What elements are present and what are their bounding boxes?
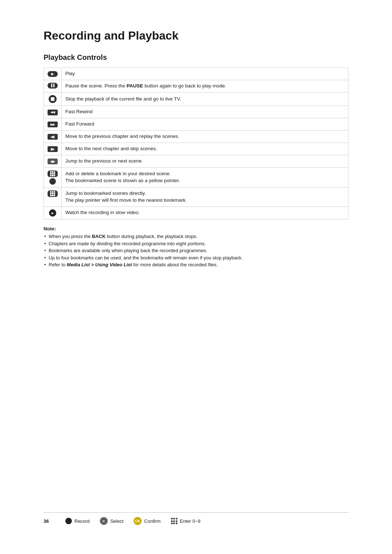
page-number: 36 [44,518,54,524]
icon-cell-forward: ▶▶ [44,118,62,131]
select-label: Select [110,518,123,524]
icon-cell-prev-next-scene: ◀▶ [44,155,62,167]
table-row: ▶▶ Fast Forward [44,118,348,131]
note-list: When you press the BACK button during pl… [44,233,348,268]
list-item: Refer to Media List > Using Video List f… [44,261,348,268]
table-row: Stop the playback of the current file an… [44,93,348,106]
text-cell-pause: Pause the scene. Press the PAUSE button … [62,80,348,92]
text-cell-slow: Watch the recording in slow video. [62,206,348,219]
text-cell-prev-chapter: Move to the previous chapter and replay … [62,131,348,143]
text-cell-bookmark-jump: Jump to bookmarked scenes directly. The … [62,187,348,206]
page: Recording and Playback Playback Controls… [0,0,392,554]
next-chapter-icon: ▮▶ [48,146,58,152]
icon-cell-next-chapter: ▮▶ [44,143,62,155]
text-cell-bookmark-add: Add or delete a bookmark in your desired… [62,167,348,187]
table-row: ◀▮ Move to the previous chapter and repl… [44,131,348,143]
stop-icon [49,95,57,103]
table-row: Pause the scene. Press the PAUSE button … [44,80,348,92]
text-cell-next-chapter: Move to the next chapter and skip scenes… [62,143,348,155]
list-item: Bookmarks are available only when playin… [44,247,348,254]
prev-chapter-icon: ◀▮ [48,134,58,140]
table-row: ◀◀ Fast Rewind [44,106,348,118]
icon-cell-bookmark-add [44,167,62,187]
section-title: Playback Controls [44,53,348,62]
text-cell-stop: Stop the playback of the current file an… [62,93,348,106]
table-row: ▶ Play [44,68,348,80]
icon-cell-prev-chapter: ◀▮ [44,131,62,143]
icon-cell-rewind: ◀◀ [44,106,62,118]
bookmark-add-bottom-icon [49,178,56,185]
footer-btn-enter: Enter 0~9 [171,518,201,524]
text-cell-prev-next-scene: Jump to the previous or next scene. [62,155,348,167]
text-cell-forward: Fast Forward [62,118,348,131]
footer: 36 Record Select OK Confirm [44,512,348,525]
record-button-icon[interactable] [65,518,72,524]
table-row: Add or delete a bookmark in your desired… [44,167,348,187]
footer-btn-record: Record [65,518,90,524]
table-row: Jump to bookmarked scenes directly. The … [44,187,348,206]
page-title: Recording and Playback [44,29,348,42]
footer-btn-confirm: OK Confirm [134,517,161,525]
enter-label: Enter 0~9 [180,518,201,524]
table-row: ▮▶ Move to the next chapter and skip sce… [44,143,348,155]
icon-cell-bookmark-jump [44,187,62,206]
slow-icon: ▶ [49,209,56,217]
bookmark-add-top-icon [48,171,58,177]
scene-nav-icon: ◀▶ [48,159,58,164]
footer-buttons: Record Select OK Confirm [65,517,348,525]
table-row: ◀▶ Jump to the previous or next scene. [44,155,348,167]
list-item: Up to four bookmarks can be used, and th… [44,254,348,262]
text-cell-play: Play [62,68,348,80]
table-row: ▶ Watch the recording in slow video. [44,206,348,219]
bookmark-jump-top-icon [48,190,58,197]
list-item: Chapters are made by dividing the record… [44,240,348,247]
icon-cell-stop [44,93,62,106]
forward-icon: ▶▶ [48,122,58,127]
play-icon: ▶ [48,71,58,77]
icon-cell-play: ▶ [44,68,62,80]
confirm-label: Confirm [144,518,161,524]
note-section: Note: When you press the BACK button dur… [44,226,348,268]
list-item: When you press the BACK button during pl… [44,233,348,240]
enter-button-icon[interactable] [171,518,177,524]
pause-icon [48,83,58,89]
select-button-icon[interactable] [100,517,108,525]
icon-cell-pause [44,80,62,92]
confirm-button-icon[interactable]: OK [134,517,142,525]
note-title: Note: [44,226,348,231]
text-cell-rewind: Fast Rewind [62,106,348,118]
record-label: Record [74,518,90,524]
footer-btn-select: Select [100,517,123,525]
spacer [44,277,348,512]
icon-cell-slow: ▶ [44,206,62,219]
rewind-icon: ◀◀ [48,110,58,115]
controls-table: ▶ Play Pause the scene. Press the PAUSE … [44,67,348,219]
